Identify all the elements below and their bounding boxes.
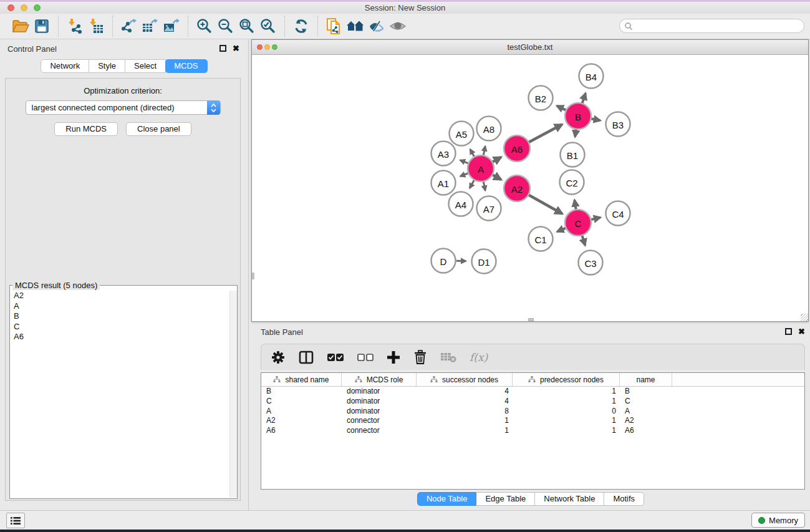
add-column-icon[interactable] [387,349,400,365]
node-B1[interactable]: B1 [561,143,585,167]
export-network-icon[interactable] [118,16,140,36]
memory-button[interactable]: Memory [751,513,805,528]
node-A6[interactable]: A6 [504,135,530,162]
zoom-selected-icon[interactable] [258,16,279,36]
edge-C-C2[interactable] [574,200,576,210]
edge-B-B4[interactable] [582,94,586,104]
node-D1[interactable]: D1 [472,249,496,274]
node-A2[interactable]: A2 [504,175,530,201]
result-item-a6[interactable]: A6 [10,332,229,342]
edge-A-A4[interactable] [470,180,475,188]
node-B4[interactable]: B4 [579,64,604,89]
resize-grip[interactable] [801,314,808,321]
node-A1[interactable]: A1 [432,171,456,195]
network-canvas[interactable]: B4B2BB3B1A5A8A6A3AA1A2C2A4A7C4CC1C3DD1 [252,55,808,321]
table-row-b[interactable]: Bdominator41B [261,387,804,397]
column-header-successor-nodes[interactable]: successor nodes [417,373,513,386]
close-table-panel-icon[interactable]: ✖ [798,328,805,335]
refresh-view-icon[interactable] [291,16,312,36]
vertical-scroll-thumb[interactable] [252,273,254,279]
search-input[interactable] [633,22,804,31]
import-network-icon[interactable] [64,16,85,36]
node-B[interactable]: B [565,103,591,129]
column-header-mcds-role[interactable]: MCDS role [342,373,417,386]
zoom-fit-icon[interactable] [236,16,258,36]
import-table-icon[interactable] [85,16,107,36]
network-window-titlebar[interactable]: testGlobe.txt [252,40,808,55]
search-field[interactable] [619,19,804,33]
float-panel-icon[interactable] [219,45,226,52]
export-image-icon[interactable] [161,16,182,36]
edge-A-A6[interactable] [492,157,501,162]
column-header-name[interactable]: name [620,373,672,386]
edge-A-A7[interactable] [483,181,485,191]
edge-C-C1[interactable] [557,228,566,231]
edge-A6-B[interactable] [529,125,562,143]
edge-A-A5[interactable] [470,149,475,157]
zoom-out-icon[interactable] [215,16,236,36]
tab-network-table[interactable]: Network Table [535,492,604,506]
node-C3[interactable]: C3 [579,251,603,275]
node-C[interactable]: C [565,210,591,236]
node-C1[interactable]: C1 [529,227,553,251]
table-row-a2[interactable]: A2connector11A2 [261,416,804,426]
result-item-a2[interactable]: A2 [10,291,229,301]
export-table-icon[interactable] [140,16,161,36]
tab-edge-table[interactable]: Edge Table [476,492,535,506]
node-C2[interactable]: C2 [560,170,584,195]
node-B3[interactable]: B3 [606,112,630,137]
horizontal-scroll-thumb[interactable] [528,318,534,321]
table-row-a[interactable]: Adominator80A [261,407,804,417]
node-A[interactable]: A [468,155,494,181]
result-scrollbar[interactable] [229,291,237,498]
edge-A-A3[interactable] [460,160,469,163]
task-history-button[interactable] [6,513,25,528]
node-A3[interactable]: A3 [432,142,456,166]
node-A7[interactable]: A7 [477,196,501,221]
show-all-icon[interactable] [387,16,408,36]
edge-B-B1[interactable] [575,129,576,137]
delete-table-icon[interactable] [440,349,456,365]
close-panel-icon[interactable]: ✖ [233,45,239,52]
tab-style[interactable]: Style [89,59,125,73]
table-row-c[interactable]: Cdominator41C [261,397,804,407]
deselect-all-checkboxes-icon[interactable] [357,349,374,365]
select-all-checkboxes-icon[interactable] [327,349,344,365]
node-C4[interactable]: C4 [606,201,630,226]
tab-network[interactable]: Network [41,59,89,73]
node-D[interactable]: D [432,249,456,273]
float-table-panel-icon[interactable] [785,328,792,335]
duplicate-network-icon[interactable] [324,16,345,36]
edge-A-A8[interactable] [483,146,485,155]
column-browser-icon[interactable] [299,349,314,365]
criterion-dropdown[interactable]: largest connected component (directed) [26,100,221,115]
tab-motifs[interactable]: Motifs [604,492,644,506]
close-panel-button[interactable]: Close panel [126,122,191,136]
tab-mcds[interactable]: MCDS [165,59,207,73]
edge-A-A2[interactable] [492,175,501,180]
column-header-predecessor-nodes[interactable]: predecessor nodes [513,373,620,386]
result-item-b[interactable]: B [10,311,229,322]
node-A5[interactable]: A5 [450,122,474,146]
column-header-shared-name[interactable]: shared name [261,373,342,386]
node-B2[interactable]: B2 [529,86,553,110]
edge-C-C3[interactable] [582,235,585,245]
result-item-a[interactable]: A [10,301,229,312]
edge-A-A1[interactable] [460,173,468,177]
edge-C-C4[interactable] [591,218,600,220]
tab-select[interactable]: Select [125,59,166,73]
tab-node-table[interactable]: Node Table [417,492,477,506]
result-item-c[interactable]: C [10,322,229,332]
table-settings-icon[interactable] [271,349,286,365]
open-session-icon[interactable] [10,16,31,36]
hide-selected-icon[interactable] [366,16,387,36]
home-layouts-icon[interactable] [345,16,366,36]
function-builder-icon[interactable]: f(x) [470,349,488,365]
node-A8[interactable]: A8 [477,117,501,141]
run-mcds-button[interactable]: Run MCDS [54,122,118,136]
table-row-a6[interactable]: A6connector11A6 [261,426,804,436]
edge-A2-C[interactable] [528,195,562,214]
node-A4[interactable]: A4 [449,192,473,216]
zoom-in-icon[interactable] [194,16,215,36]
delete-column-icon[interactable] [413,349,427,365]
